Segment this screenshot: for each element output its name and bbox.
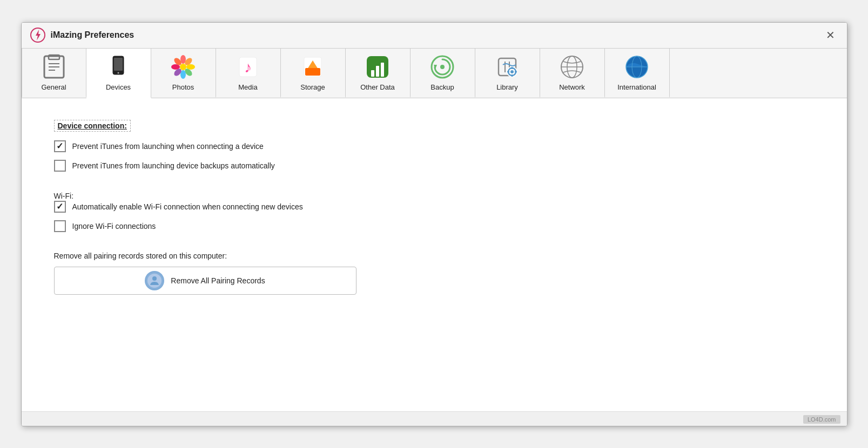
tab-photos[interactable]: Photos — [151, 49, 216, 98]
window-title: iMazing Preferences — [51, 30, 134, 40]
backup-icon — [429, 54, 455, 80]
tab-media-label: Media — [238, 83, 257, 91]
storage-icon — [300, 54, 326, 80]
svg-point-33 — [510, 70, 514, 73]
tab-library[interactable]: Library — [475, 49, 540, 98]
wifi-section-title: Wi-Fi: — [54, 192, 74, 200]
content-area: Device connection: ✓ Prevent iTunes from… — [22, 98, 847, 411]
checkbox-ignore-wifi-label: Ignore Wi-Fi connections — [72, 222, 156, 230]
tab-other-data[interactable]: Other Data — [346, 49, 411, 98]
svg-rect-34 — [512, 67, 513, 69]
svg-rect-22 — [305, 68, 320, 76]
pairing-section: Remove all pairing records stored on thi… — [54, 252, 815, 295]
svg-point-46 — [152, 276, 157, 281]
footer-badge: LO4D.com — [803, 415, 840, 424]
svg-rect-36 — [507, 71, 509, 72]
pairing-label: Remove all pairing records stored on thi… — [54, 252, 815, 260]
device-connection-title: Device connection: — [54, 120, 131, 132]
checkbox-prevent-launch-label: Prevent iTunes from launching when conne… — [72, 142, 264, 151]
devices-icon — [105, 54, 131, 80]
tab-storage-label: Storage — [300, 83, 325, 91]
app-icon — [30, 28, 45, 43]
tabs-bar: General Devices — [22, 49, 847, 98]
tab-general[interactable]: General — [22, 49, 86, 98]
wifi-section: Wi-Fi: ✓ Automatically enable Wi-Fi conn… — [54, 191, 815, 232]
general-icon — [41, 54, 67, 80]
checkbox-prevent-launch[interactable]: ✓ Prevent iTunes from launching when con… — [54, 140, 815, 152]
checkmark-auto-wifi: ✓ — [56, 201, 63, 212]
remove-pairing-icon — [145, 271, 164, 290]
international-icon — [624, 54, 650, 80]
tab-network[interactable]: Network — [540, 49, 605, 98]
checkmark-prevent-launch: ✓ — [56, 141, 63, 151]
tab-international-label: International — [617, 83, 656, 91]
svg-rect-26 — [381, 63, 384, 77]
svg-rect-7 — [114, 58, 123, 71]
checkbox-ignore-wifi[interactable]: Ignore Wi-Fi connections — [54, 220, 815, 232]
checkbox-prevent-launch-box[interactable]: ✓ — [54, 140, 66, 152]
tab-devices[interactable]: Devices — [86, 49, 151, 98]
remove-pairing-button[interactable]: Remove All Pairing Records — [54, 267, 356, 295]
close-button[interactable]: ✕ — [823, 29, 838, 42]
svg-rect-2 — [49, 55, 59, 59]
tab-storage[interactable]: Storage — [281, 49, 346, 98]
tab-photos-label: Photos — [172, 83, 194, 91]
svg-rect-24 — [371, 70, 374, 77]
svg-point-29 — [440, 65, 445, 69]
checkbox-ignore-wifi-box[interactable] — [54, 220, 66, 232]
tab-general-label: General — [41, 83, 66, 91]
svg-point-8 — [118, 72, 119, 74]
device-connection-section: Device connection: ✓ Prevent iTunes from… — [54, 120, 815, 172]
tab-network-label: Network — [559, 83, 585, 91]
tab-media[interactable]: ♪ Media — [216, 49, 281, 98]
svg-rect-25 — [376, 66, 379, 77]
library-icon — [494, 54, 520, 80]
tab-international[interactable]: International — [605, 49, 670, 98]
checkbox-auto-wifi-box[interactable]: ✓ — [54, 201, 66, 213]
checkbox-prevent-backup-box[interactable] — [54, 160, 66, 172]
remove-pairing-label: Remove All Pairing Records — [171, 276, 265, 285]
other-data-icon — [365, 54, 391, 80]
title-bar: iMazing Preferences ✕ — [22, 23, 847, 49]
tab-other-data-label: Other Data — [360, 83, 395, 91]
checkbox-auto-wifi-label: Automatically enable Wi-Fi connection wh… — [72, 202, 303, 211]
svg-rect-37 — [515, 71, 517, 72]
tab-devices-label: Devices — [106, 83, 131, 91]
svg-rect-35 — [512, 74, 513, 77]
tab-backup-label: Backup — [430, 83, 454, 91]
svg-point-18 — [180, 64, 186, 70]
photos-icon — [170, 54, 196, 80]
network-icon — [559, 54, 585, 80]
checkbox-prevent-backup[interactable]: Prevent iTunes from launching device bac… — [54, 160, 815, 172]
tab-backup[interactable]: Backup — [411, 49, 475, 98]
checkbox-auto-wifi[interactable]: ✓ Automatically enable Wi-Fi connection … — [54, 201, 815, 213]
checkbox-prevent-backup-label: Prevent iTunes from launching device bac… — [72, 161, 275, 170]
media-icon: ♪ — [235, 54, 261, 80]
tab-library-label: Library — [496, 83, 518, 91]
svg-text:♪: ♪ — [244, 59, 252, 76]
